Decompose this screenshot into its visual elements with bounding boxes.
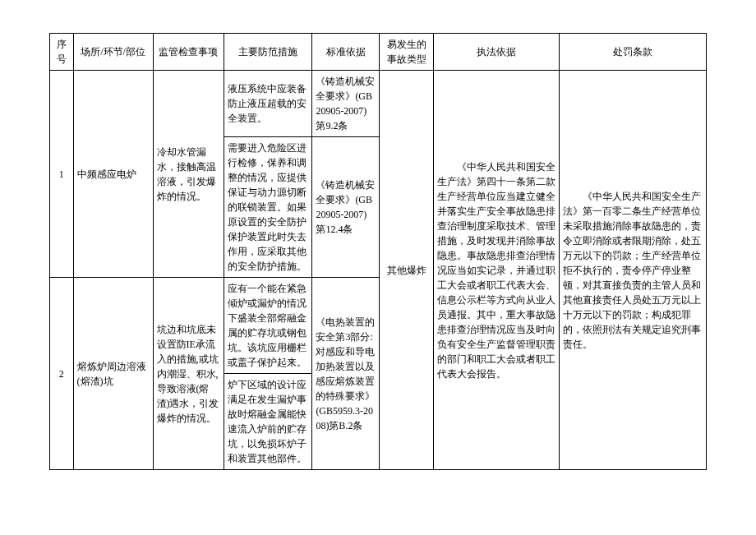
cell-seq-1: 1 [50,71,74,278]
header-penalty: 处罚条款 [560,34,707,71]
cell-penalty: 《中华人民共和国安全生产法》第一百零二条生产经营单位未采取措施消除事故隐患的，责… [560,71,707,470]
cell-measure-1a: 液压系统中应装备防止液压超载的安全装置。 [224,71,312,137]
cell-standard-1b: 《铸造机械安全要求》(GB20905-2007)第12.4条 [312,137,380,278]
header-check: 监管检查事项 [153,34,224,71]
cell-place-2: 熔炼炉周边溶液(熔渣)坑 [73,278,153,470]
header-seq: 序号 [50,34,74,71]
header-row: 序号 场所/环节/部位 监管检查事项 主要防范措施 标准依据 易发生的事故类型 … [50,34,707,71]
cell-check-1: 冷却水管漏水，接触高温溶液，引发爆炸的情况。 [153,71,224,278]
cell-measure-2b: 炉下区域的设计应满足在发生漏炉事故时熔融金属能快速流入炉前的贮存坑，以免损坏炉子… [224,374,312,470]
cell-measure-1b: 需要进入危险区进行检修，保养和调整的情况，应提供保证与动力源切断的联锁装置。如果… [224,137,312,278]
cell-standard-1a: 《铸造机械安全要求》(GB20905-2007)第9.2条 [312,71,380,137]
header-accident: 易发生的事故类型 [380,34,434,71]
header-place: 场所/环节/部位 [73,34,153,71]
cell-accident: 其他爆炸 [380,71,434,470]
header-standard: 标准依据 [312,34,380,71]
cell-measure-2a: 应有一个能在紧急倾炉或漏炉的情况下盛装全部熔融金属的贮存坑或钢包坑。该坑应用栅栏… [224,278,312,374]
cell-standard-2: 《电热装置的安全第3部分:对感应和导电加热装置以及感应熔炼装置的特殊要求》(GB… [312,278,380,470]
header-measure: 主要防范措施 [224,34,312,71]
table-row: 1 中频感应电炉 冷却水管漏水，接触高温溶液，引发爆炸的情况。 液压系统中应装备… [50,71,707,137]
cell-seq-2: 2 [50,278,74,470]
cell-law: 《中华人民共和国安全生产法》第四十一条第二款生产经营单位应当建立健全并落实生产安… [434,71,560,470]
cell-check-2: 坑边和坑底未设置防IE承流入的措施,或坑内潮湿、积水,导致溶液(熔渣)遇水，引发… [153,278,224,470]
cell-place-1: 中频感应电炉 [73,71,153,278]
header-law: 执法依据 [434,34,560,71]
regulation-table: 序号 场所/环节/部位 监管检查事项 主要防范措施 标准依据 易发生的事故类型 … [49,33,707,470]
